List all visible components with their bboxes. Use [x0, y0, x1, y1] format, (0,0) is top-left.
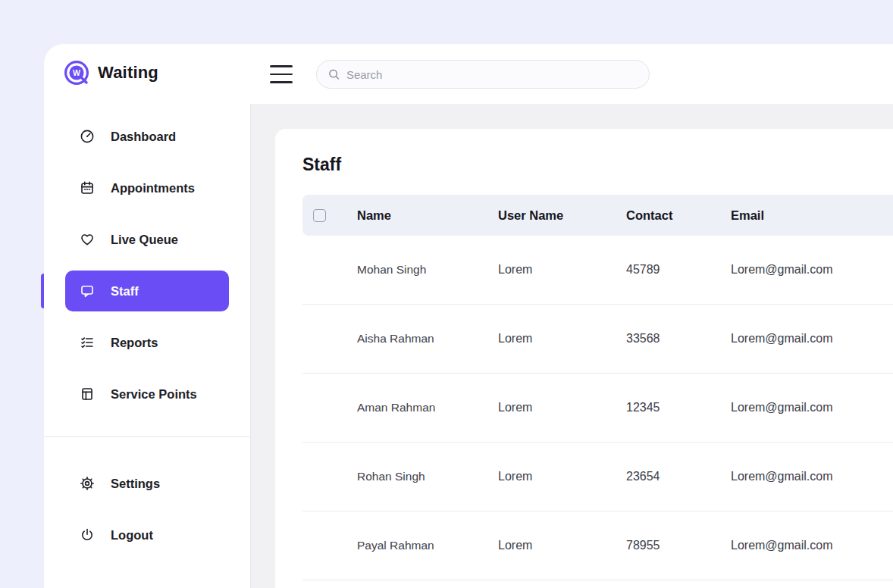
cell-user-name: Lorem: [480, 332, 608, 346]
gear-icon: [80, 476, 95, 491]
sidebar: Dashboard Appointments: [44, 104, 250, 588]
search-input[interactable]: [346, 68, 638, 81]
sidebar-nav: Dashboard Appointments: [44, 104, 250, 414]
brand-logo[interactable]: W Waiting: [63, 59, 158, 86]
app-window: W Waiting Dashboard: [44, 44, 893, 588]
heart-icon: [80, 232, 95, 247]
sidebar-item-label: Logout: [111, 528, 153, 543]
page-title: Staff: [302, 155, 893, 175]
table-row: Aman Rahman Lorem 12345 Lorem@gmail.com: [302, 374, 893, 443]
sidebar-item-staff[interactable]: Staff: [65, 271, 229, 311]
hamburger-menu-icon[interactable]: [270, 65, 293, 83]
table-row: Payal Rahman Lorem 78955 Lorem@gmail.com: [302, 511, 893, 580]
main-content: Staff Name User Name Contact Email Mohan…: [250, 104, 893, 588]
calendar-icon: [80, 180, 95, 195]
sidebar-item-settings[interactable]: Settings: [65, 463, 229, 504]
search-icon: [327, 67, 340, 81]
column-header-email: Email: [713, 208, 893, 223]
sidebar-item-label: Staff: [111, 284, 139, 299]
cell-email: Lorem@gmail.com: [713, 470, 893, 483]
cell-email: Lorem@gmail.com: [713, 401, 893, 414]
select-all-checkbox[interactable]: [313, 209, 326, 222]
cell-email: Lorem@gmail.com: [713, 263, 893, 277]
cell-name: Payal Rahman: [339, 539, 480, 552]
column-header-name: Name: [339, 208, 480, 223]
dashboard-icon: [80, 129, 95, 144]
sidebar-item-label: Settings: [111, 477, 160, 491]
sidebar-divider: [44, 436, 250, 437]
cell-user-name: Lorem: [480, 470, 608, 483]
cell-user-name: Lorem: [480, 539, 608, 552]
checklist-icon: [80, 335, 95, 350]
cell-contact: 45789: [608, 263, 713, 277]
column-header-contact: Contact: [608, 208, 713, 223]
cell-contact: 12345: [608, 401, 713, 414]
table-row: Aisha Rahman Lorem 33568 Lorem@gmail.com: [302, 305, 893, 374]
service-points-icon: [80, 386, 95, 402]
cell-email: Lorem@gmail.com: [713, 332, 893, 346]
waiting-logo-icon: W: [63, 59, 90, 86]
sidebar-item-live-queue[interactable]: Live Queue: [65, 219, 229, 260]
table-row: Mohan Singh Lorem 45789 Lorem@gmail.com: [302, 236, 893, 305]
column-header-user-name: User Name: [480, 208, 608, 223]
staff-card: Staff Name User Name Contact Email Mohan…: [275, 129, 893, 588]
cell-user-name: Lorem: [480, 401, 608, 414]
sidebar-item-label: Live Queue: [111, 233, 178, 247]
search-bar[interactable]: [316, 60, 650, 89]
cell-contact: 33568: [608, 332, 713, 346]
staff-table: Name User Name Contact Email Mohan Singh…: [302, 195, 893, 580]
cell-email: Lorem@gmail.com: [713, 539, 893, 552]
sidebar-item-dashboard[interactable]: Dashboard: [65, 116, 229, 157]
cell-name: Aman Rahman: [339, 401, 480, 414]
sidebar-item-label: Appointments: [111, 181, 195, 195]
cell-name: Mohan Singh: [339, 263, 480, 277]
sidebar-item-reports[interactable]: Reports: [65, 322, 229, 363]
table-row: Rohan Singh Lorem 23654 Lorem@gmail.com: [302, 443, 893, 511]
power-icon: [80, 527, 95, 543]
chat-icon: [80, 283, 95, 299]
sidebar-footer-nav: Settings Logout: [44, 463, 250, 555]
table-header-row: Name User Name Contact Email: [302, 195, 893, 236]
cell-contact: 78955: [608, 539, 713, 552]
sidebar-item-appointments[interactable]: Appointments: [65, 167, 229, 208]
sidebar-item-label: Service Points: [111, 387, 197, 402]
cell-name: Rohan Singh: [339, 470, 480, 483]
svg-text:W: W: [73, 68, 80, 77]
sidebar-item-label: Reports: [111, 336, 158, 350]
cell-name: Aisha Rahman: [339, 332, 480, 346]
app-title: Waiting: [98, 63, 158, 83]
sidebar-item-service-points[interactable]: Service Points: [65, 374, 229, 414]
cell-contact: 23654: [608, 470, 713, 483]
sidebar-item-logout[interactable]: Logout: [65, 514, 229, 555]
cell-user-name: Lorem: [480, 263, 608, 277]
sidebar-item-label: Dashboard: [111, 130, 176, 144]
